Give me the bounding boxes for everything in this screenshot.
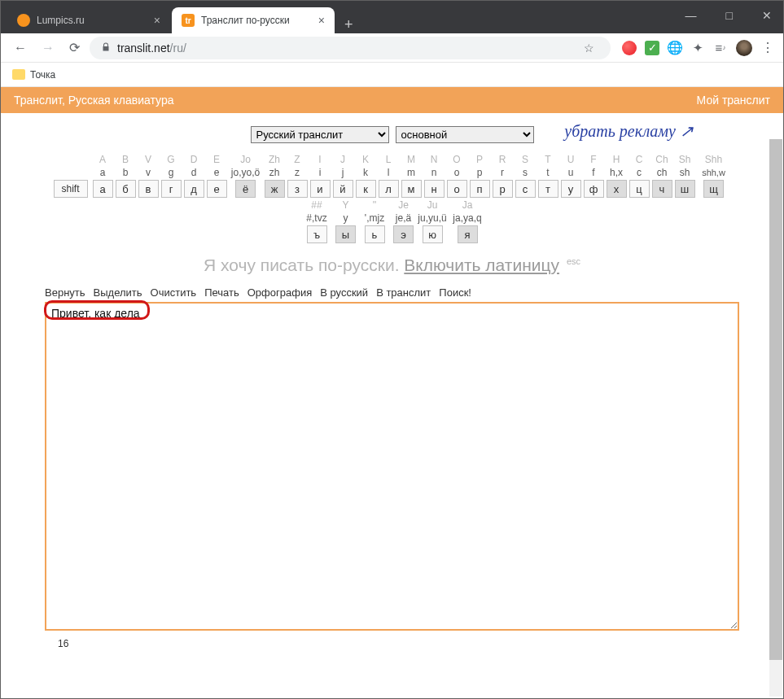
- key-button[interactable]: д: [184, 180, 204, 198]
- keyboard-key-у: Uuу: [560, 153, 582, 198]
- key-button[interactable]: щ: [703, 180, 724, 198]
- key-latin-upper: F: [590, 153, 596, 166]
- key-latin-upper: E: [213, 153, 220, 166]
- keyboard-key-с: Ssс: [515, 153, 537, 198]
- key-button[interactable]: с: [515, 180, 536, 198]
- header-right-link[interactable]: Мой транслит: [697, 94, 770, 107]
- keyboard-key-б: Bbб: [115, 153, 137, 198]
- key-latin-lower: v: [146, 166, 151, 179]
- key-latin-lower: ju,yu,ü: [415, 212, 449, 225]
- keyboard-key-д: Ddд: [183, 153, 205, 198]
- key-button[interactable]: ъ: [307, 225, 327, 243]
- key-button[interactable]: х: [607, 180, 627, 198]
- remove-ads-link[interactable]: убрать рекламу ↗: [564, 121, 694, 141]
- key-button[interactable]: ё: [235, 180, 256, 198]
- key-button[interactable]: к: [356, 180, 376, 198]
- key-button[interactable]: в: [138, 180, 159, 198]
- key-latin-lower: m: [407, 166, 415, 179]
- action-2[interactable]: Очистить: [151, 286, 197, 299]
- key-latin-upper: M: [407, 153, 415, 166]
- controls-row: Русский транслит основной убрать рекламу…: [1, 113, 783, 150]
- close-window-button[interactable]: ✕: [754, 6, 780, 25]
- checkmark-icon[interactable]: ✓: [645, 41, 659, 55]
- keyboard-key-ц: Ccц: [629, 153, 650, 198]
- key-button[interactable]: й: [333, 180, 353, 198]
- extensions-icon[interactable]: ✦: [690, 41, 705, 55]
- key-button[interactable]: и: [310, 180, 331, 198]
- key-button[interactable]: ш: [675, 180, 695, 198]
- browser-tab-lumpics[interactable]: Lumpics.ru ×: [7, 7, 170, 33]
- key-button[interactable]: ц: [629, 180, 650, 198]
- keyboard-key-ы: Yyы: [335, 199, 357, 243]
- editor-actions: ВернутьВыделитьОчиститьПечатьОрфографияВ…: [1, 285, 783, 302]
- reading-list-icon[interactable]: ≡♪: [713, 41, 728, 55]
- key-button[interactable]: л: [379, 180, 399, 198]
- profile-avatar-icon[interactable]: [736, 40, 752, 56]
- key-button[interactable]: ч: [652, 180, 672, 198]
- header-left-link[interactable]: Транслит, Русская клавиатура: [14, 94, 174, 107]
- key-latin-lower: ',mjz: [357, 212, 392, 225]
- key-latin-lower: #,tvz: [300, 212, 334, 225]
- key-latin-lower: d: [191, 166, 197, 179]
- action-5[interactable]: В русский: [320, 286, 368, 299]
- forward-button[interactable]: →: [37, 37, 59, 59]
- key-button[interactable]: ь: [365, 225, 385, 243]
- toolbar-actions: ✓ 🌐 ✦ ≡♪ ⋮: [622, 40, 775, 56]
- bookmark-folder[interactable]: Точка: [12, 69, 55, 81]
- esc-hint: esc: [567, 256, 580, 266]
- minimize-button[interactable]: —: [677, 6, 705, 25]
- key-button[interactable]: ы: [335, 225, 356, 243]
- url-path: /ru/: [170, 42, 186, 55]
- bookmarks-bar: Точка: [1, 63, 783, 87]
- language-select[interactable]: Русский транслит: [251, 126, 389, 143]
- keyboard-key-х: Hh,xх: [606, 153, 628, 198]
- maximize-button[interactable]: □: [718, 6, 741, 25]
- key-button[interactable]: н: [424, 180, 445, 198]
- action-0[interactable]: Вернуть: [45, 286, 85, 299]
- key-button[interactable]: т: [538, 180, 558, 198]
- menu-dots-icon[interactable]: ⋮: [760, 41, 775, 55]
- folder-icon: [12, 69, 25, 80]
- back-button[interactable]: ←: [9, 37, 32, 59]
- new-tab-button[interactable]: +: [336, 16, 361, 33]
- key-button[interactable]: я: [458, 225, 478, 243]
- key-button[interactable]: г: [161, 180, 182, 198]
- key-button[interactable]: б: [116, 180, 136, 198]
- key-latin-upper: K: [362, 153, 369, 166]
- key-button[interactable]: ю: [423, 225, 443, 243]
- close-icon[interactable]: ×: [154, 14, 160, 27]
- key-button[interactable]: з: [287, 180, 308, 198]
- action-3[interactable]: Печать: [204, 286, 239, 299]
- browser-tab-translit[interactable]: tr Транслит по-русски ×: [172, 7, 335, 33]
- globe-icon[interactable]: 🌐: [668, 41, 682, 55]
- action-4[interactable]: Орфография: [247, 286, 312, 299]
- key-button[interactable]: а: [93, 180, 113, 198]
- key-button[interactable]: ж: [265, 180, 285, 198]
- address-bar[interactable]: translit.net/ru/ ☆: [90, 37, 611, 59]
- shift-key[interactable]: shift: [54, 180, 88, 198]
- opera-icon[interactable]: [622, 41, 637, 55]
- switch-layout-link[interactable]: Включить латиницу: [404, 256, 559, 274]
- key-button[interactable]: п: [470, 180, 490, 198]
- key-latin-lower: i: [319, 166, 322, 179]
- key-latin-lower: n: [431, 166, 437, 179]
- key-button[interactable]: у: [561, 180, 581, 198]
- reload-button[interactable]: ⟳: [64, 37, 85, 59]
- key-button[interactable]: ф: [584, 180, 604, 198]
- page-scrollbar-thumb[interactable]: [769, 139, 782, 660]
- bookmark-star-icon[interactable]: ☆: [584, 42, 594, 55]
- key-button[interactable]: о: [447, 180, 467, 198]
- action-6[interactable]: В транслит: [376, 286, 431, 299]
- key-latin-upper: Sh: [679, 153, 691, 166]
- key-button[interactable]: э: [393, 225, 414, 243]
- key-latin-lower: e: [214, 166, 220, 179]
- mode-select[interactable]: основной: [396, 126, 534, 143]
- key-button[interactable]: р: [493, 180, 513, 198]
- action-7[interactable]: Поиск!: [439, 286, 471, 299]
- key-button[interactable]: м: [401, 180, 422, 198]
- keyboard-key-л: Llл: [378, 153, 400, 198]
- action-1[interactable]: Выделить: [94, 286, 142, 299]
- translit-textarea[interactable]: [45, 302, 739, 631]
- key-button[interactable]: е: [207, 180, 227, 198]
- close-icon[interactable]: ×: [318, 14, 325, 27]
